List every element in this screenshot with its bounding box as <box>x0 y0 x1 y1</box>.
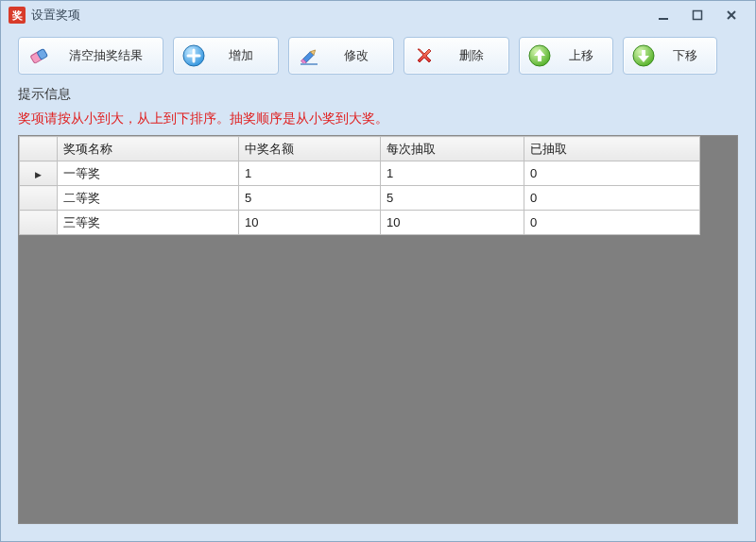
delete-button[interactable]: 删除 <box>404 37 509 75</box>
cell-quota[interactable]: 1 <box>239 161 381 186</box>
prize-table: 奖项名称 中奖名额 每次抽取 已抽取 一等奖110二等奖550三等奖10100 <box>19 136 700 235</box>
cell-drawn[interactable]: 0 <box>524 211 700 235</box>
maximize-icon <box>691 8 704 22</box>
svg-rect-1 <box>694 11 702 20</box>
close-button[interactable] <box>721 8 742 23</box>
col-header-quota[interactable]: 中奖名额 <box>239 137 381 161</box>
col-header-drawn[interactable]: 已抽取 <box>524 137 700 161</box>
cell-drawn[interactable]: 0 <box>524 161 700 186</box>
cell-name[interactable]: 一等奖 <box>58 161 239 186</box>
row-header-corner <box>20 137 58 161</box>
cell-per[interactable]: 5 <box>381 186 524 211</box>
minimize-icon <box>657 8 670 22</box>
table-header-row: 奖项名称 中奖名额 每次抽取 已抽取 <box>20 137 700 161</box>
data-grid[interactable]: 奖项名称 中奖名额 每次抽取 已抽取 一等奖110二等奖550三等奖10100 <box>18 135 738 524</box>
row-header[interactable] <box>20 161 58 186</box>
table-row[interactable]: 一等奖110 <box>20 161 700 186</box>
clear-results-button[interactable]: 清空抽奖结果 <box>18 37 163 75</box>
edit-label: 修改 <box>333 47 380 64</box>
delete-label: 删除 <box>448 47 495 64</box>
move-down-label: 下移 <box>667 47 703 64</box>
col-header-name[interactable]: 奖项名称 <box>58 137 239 161</box>
plus-circle-icon <box>181 43 206 68</box>
move-down-button[interactable]: 下移 <box>623 37 717 75</box>
pencil-icon <box>297 43 321 68</box>
cell-name[interactable]: 二等奖 <box>58 186 239 211</box>
cell-quota[interactable]: 5 <box>239 186 381 211</box>
cell-per[interactable]: 1 <box>381 161 524 186</box>
toolbar: 清空抽奖结果 增加 <box>1 29 755 82</box>
section-label: 提示信息 <box>1 82 755 105</box>
clear-results-label: 清空抽奖结果 <box>62 47 149 64</box>
table-row[interactable]: 三等奖10100 <box>20 211 700 235</box>
cell-per[interactable]: 10 <box>381 211 524 235</box>
table-row[interactable]: 二等奖550 <box>20 186 700 211</box>
eraser-icon <box>26 43 51 68</box>
add-label: 增加 <box>217 47 265 64</box>
x-icon <box>412 43 437 68</box>
edit-button[interactable]: 修改 <box>288 37 394 75</box>
cell-quota[interactable]: 10 <box>239 211 381 235</box>
maximize-button[interactable] <box>687 8 708 23</box>
close-icon <box>725 8 738 22</box>
arrow-up-circle-icon <box>527 43 552 68</box>
add-button[interactable]: 增加 <box>173 37 279 75</box>
move-up-label: 上移 <box>563 47 599 64</box>
window-title: 设置奖项 <box>31 7 80 24</box>
col-header-per[interactable]: 每次抽取 <box>381 137 524 161</box>
cell-name[interactable]: 三等奖 <box>58 211 239 235</box>
cell-drawn[interactable]: 0 <box>524 186 700 211</box>
row-header[interactable] <box>20 211 58 235</box>
app-icon: 奖 <box>9 7 26 24</box>
hint-text: 奖项请按从小到大，从上到下排序。抽奖顺序是从小奖到大奖。 <box>1 105 755 135</box>
move-up-button[interactable]: 上移 <box>519 37 613 75</box>
window: 奖 设置奖项 清空抽奖结果 <box>0 0 756 542</box>
titlebar: 奖 设置奖项 <box>1 1 755 29</box>
minimize-button[interactable] <box>653 8 674 23</box>
window-controls <box>653 8 747 23</box>
arrow-down-circle-icon <box>631 43 656 68</box>
row-header[interactable] <box>20 186 58 211</box>
